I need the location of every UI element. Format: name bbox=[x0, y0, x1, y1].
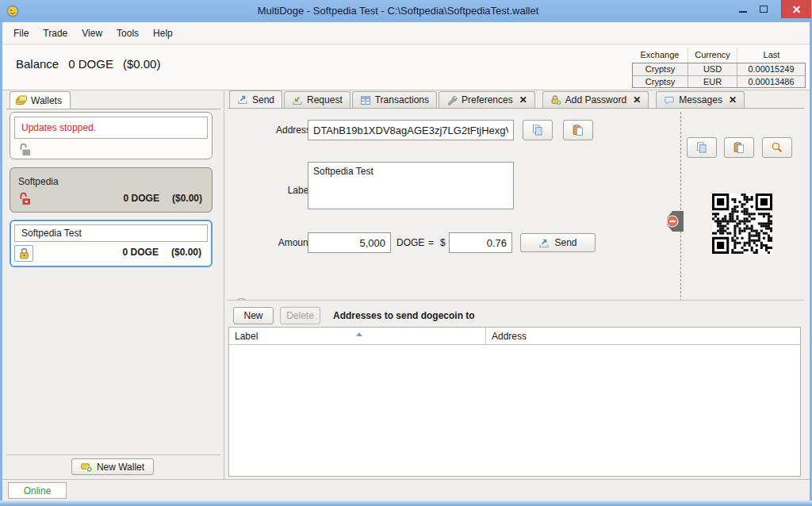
tab-label: Request bbox=[307, 94, 343, 105]
tab-send[interactable]: Send bbox=[229, 90, 282, 108]
addresses-toolbar: New Delete Addresses to send dogecoin to bbox=[228, 300, 804, 327]
close-tab-icon[interactable]: ✕ bbox=[633, 96, 641, 104]
close-icon: ✕ bbox=[792, 3, 802, 16]
ticker-col-last: Last bbox=[737, 48, 806, 63]
amount-input[interactable] bbox=[308, 232, 391, 253]
maximize-icon bbox=[760, 6, 768, 13]
menu-view[interactable]: View bbox=[75, 22, 109, 44]
collapse-panel-handle[interactable] bbox=[665, 209, 685, 234]
balance-fiat: ($0.00) bbox=[123, 57, 161, 71]
balance-display: Balance0 DOGE($0.00) bbox=[16, 57, 170, 71]
tab-transactions[interactable]: Transactions bbox=[352, 91, 437, 108]
address-input[interactable] bbox=[308, 120, 514, 140]
ticker-row: Cryptsy EUR 0.00013486 bbox=[633, 75, 805, 87]
tab-wallets[interactable]: Wallets bbox=[10, 91, 71, 109]
ticker-col-exchange: Exchange bbox=[632, 48, 688, 63]
column-header-address[interactable]: Address bbox=[486, 328, 800, 345]
wallets-panel: Wallets Updates stopped. Softpedia 0 DOG… bbox=[6, 91, 220, 479]
paste-address-button[interactable] bbox=[563, 120, 593, 140]
send-icon bbox=[538, 238, 550, 248]
ticker-body: Cryptsy USD 0.00015249 Cryptsy EUR 0.000… bbox=[632, 63, 806, 88]
padlock-open-red-icon[interactable] bbox=[18, 192, 33, 205]
delete-address-button[interactable]: Delete bbox=[280, 307, 320, 324]
fiat-amount-input[interactable] bbox=[449, 232, 512, 253]
send-button[interactable]: Send bbox=[520, 233, 596, 252]
column-header-label[interactable]: Label bbox=[229, 328, 486, 345]
updates-status-message: Updates stopped. bbox=[14, 117, 208, 139]
copy-address-button[interactable] bbox=[523, 120, 553, 140]
label-label: Label bbox=[243, 185, 311, 196]
ticker-cell: Cryptsy bbox=[633, 76, 688, 87]
new-address-button[interactable]: New bbox=[233, 307, 274, 324]
ticker-header: Exchange Currency Last bbox=[632, 48, 806, 63]
tab-add-password[interactable]: Add Password ✕ bbox=[542, 91, 649, 108]
menu-file[interactable]: File bbox=[6, 22, 36, 44]
paste-qr-button[interactable] bbox=[724, 137, 754, 158]
label-textarea[interactable]: Softpedia Test bbox=[308, 162, 514, 209]
balance-label: Balance bbox=[16, 57, 59, 71]
tab-label: Messages bbox=[679, 94, 722, 105]
wallet-card-softpedia-test[interactable]: Softpedia Test 0 DOGE($0.00) bbox=[10, 220, 213, 267]
currency-symbol: $ bbox=[440, 237, 446, 248]
copy-icon bbox=[531, 124, 544, 136]
tab-messages[interactable]: Messages ✕ bbox=[656, 91, 745, 108]
minimize-icon bbox=[739, 11, 747, 13]
tab-label: Transactions bbox=[375, 94, 429, 105]
padlock-closed-yellow-icon bbox=[18, 247, 30, 259]
copy-qr-button[interactable] bbox=[687, 137, 717, 158]
paste-icon bbox=[572, 124, 584, 136]
multidoge-window: MultiDoge - Softpedia Test - C:\Softpedi… bbox=[0, 0, 812, 506]
title-bar[interactable]: MultiDoge - Softpedia Test - C:\Softpedi… bbox=[0, 0, 812, 22]
new-wallet-label: New Wallet bbox=[97, 462, 144, 473]
wallet-card-softpedia[interactable]: Softpedia 0 DOGE($0.00) bbox=[10, 167, 213, 213]
balance-amount: 0 DOGE bbox=[68, 57, 113, 71]
close-tab-icon[interactable]: ✕ bbox=[519, 96, 527, 104]
window-border-bottom bbox=[0, 500, 812, 506]
ticker-cell: Cryptsy bbox=[633, 63, 688, 75]
ticker-cell: EUR bbox=[688, 76, 737, 87]
wallets-tab-label: Wallets bbox=[31, 95, 62, 106]
paste-icon bbox=[733, 141, 745, 154]
menu-trade[interactable]: Trade bbox=[36, 22, 75, 44]
wallets-folder-icon bbox=[16, 95, 27, 105]
qr-code[interactable] bbox=[712, 194, 772, 254]
panel-divider bbox=[6, 109, 220, 109]
online-status-badge[interactable]: Online bbox=[8, 482, 67, 499]
transactions-icon bbox=[360, 95, 371, 105]
addresses-table-header: Label Address bbox=[229, 328, 800, 345]
new-wallet-button[interactable]: New Wallet bbox=[71, 458, 154, 475]
address-label: Address bbox=[243, 125, 311, 136]
panel-divider bbox=[224, 91, 224, 479]
close-window-button[interactable]: ✕ bbox=[781, 0, 811, 18]
tab-request[interactable]: Request bbox=[284, 91, 350, 108]
copy-icon bbox=[695, 141, 708, 154]
exchange-ticker: Exchange Currency Last Cryptsy USD 0.000… bbox=[632, 48, 806, 88]
maximize-button[interactable] bbox=[753, 0, 774, 18]
window-border-left bbox=[0, 22, 2, 506]
ticker-cell: USD bbox=[688, 63, 737, 75]
magnifier-icon bbox=[771, 141, 783, 154]
wallet-balance: 0 DOGE($0.00) bbox=[123, 247, 201, 258]
window-title: MultiDoge - Softpedia Test - C:\Softpedi… bbox=[79, 0, 717, 22]
tab-preferences[interactable]: Preferences ✕ bbox=[439, 91, 535, 108]
wallet-name-field[interactable]: Softpedia Test bbox=[14, 224, 208, 242]
menu-help[interactable]: Help bbox=[146, 22, 180, 44]
padlock-open-gray-icon bbox=[18, 143, 33, 156]
menu-tools[interactable]: Tools bbox=[109, 22, 146, 44]
amount-unit-label: DOGE bbox=[396, 237, 424, 248]
menu-bar: File Trade View Tools Help bbox=[2, 22, 810, 44]
sort-ascending-icon bbox=[356, 332, 362, 336]
ticker-row: Cryptsy USD 0.00015249 bbox=[633, 63, 805, 75]
minimize-button[interactable] bbox=[733, 0, 753, 18]
addresses-section-title: Addresses to send dogecoin to bbox=[333, 310, 475, 321]
send-form-panel: Address Label Softpedia Test Amount DOGE bbox=[228, 108, 804, 300]
amount-label: Amount bbox=[243, 237, 311, 248]
send-icon bbox=[237, 94, 248, 105]
tab-label: Add Password bbox=[565, 94, 626, 105]
padlock-button[interactable] bbox=[14, 245, 33, 262]
messages-icon bbox=[664, 95, 675, 105]
wallet-balance: 0 DOGE($0.00) bbox=[124, 193, 202, 204]
close-tab-icon[interactable]: ✕ bbox=[729, 96, 737, 104]
new-address-label: New bbox=[243, 310, 262, 321]
zoom-qr-button[interactable] bbox=[762, 137, 792, 158]
